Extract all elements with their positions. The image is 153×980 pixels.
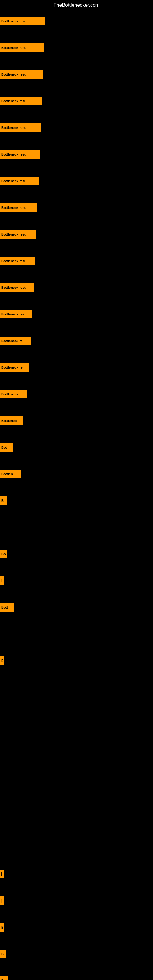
bottleneck-result-bar: Bottleneck resu	[0, 283, 33, 292]
bottleneck-result-bar: Bottleneck resu	[0, 97, 42, 105]
bottleneck-result-bar: Bottleneck re	[0, 337, 30, 345]
bottleneck-result-bar: ▌	[0, 870, 4, 878]
bottleneck-result-label: E	[1, 926, 3, 929]
bottleneck-result-label: Bo	[1, 979, 6, 980]
bottleneck-result-bar: Bot	[0, 443, 13, 452]
bottleneck-result-label: Bottleneck resu	[1, 73, 27, 76]
bottleneck-result-label: Bottleneck resu	[1, 206, 27, 210]
bottleneck-result-bar: Bottleneck result	[0, 43, 44, 52]
bottleneck-result-bar: Bottleneck resu	[0, 150, 40, 159]
bottleneck-result-bar: Bottleneck resu	[0, 257, 35, 265]
bottleneck-result-bar: Bottleneck r	[0, 390, 27, 398]
bottleneck-result-label: Bottleneck re	[1, 339, 22, 343]
bottleneck-result-label: Bottlenec	[1, 419, 16, 423]
bottleneck-result-label: Bottleneck resu	[1, 99, 27, 103]
bottleneck-result-bar: Bottleneck resu	[0, 70, 43, 79]
bottleneck-result-bar: Bottleneck resu	[0, 123, 41, 132]
bottleneck-result-bar: Bottleneck resu	[0, 204, 37, 212]
bottleneck-result-bar: |	[0, 896, 4, 905]
bottleneck-result-bar: B	[0, 496, 7, 505]
bottleneck-result-bar: Bottleneck res	[0, 310, 32, 318]
bottleneck-result-label: ▌	[1, 872, 4, 876]
bottleneck-result-label: Bottleneck resu	[1, 286, 27, 290]
bottleneck-result-label: |	[1, 579, 2, 582]
bottleneck-result-bar: Bottlenec	[0, 417, 23, 425]
bottleneck-result-label: |	[1, 899, 2, 902]
bottleneck-result-label: Bo	[1, 552, 6, 556]
bottleneck-result-label: Bott	[1, 605, 8, 609]
bottleneck-result-bar: Bott	[0, 603, 14, 612]
bottleneck-result-bar: E	[0, 923, 4, 932]
bottleneck-result-label: Bottleneck resu	[1, 259, 27, 263]
bottleneck-result-label: Bottleneck r	[1, 392, 21, 396]
bottleneck-result-label: Bottleneck resu	[1, 126, 27, 130]
bottleneck-result-label: B	[1, 952, 4, 956]
bottleneck-result-bar: Bottleneck result	[0, 17, 45, 25]
bottleneck-result-bar: Bottleneck resu	[0, 177, 38, 185]
bottleneck-result-label: Bottleneck result	[1, 46, 29, 49]
bottleneck-result-bar: Bottleneck resu	[0, 230, 36, 239]
bottleneck-result-label: Bottleneck resu	[1, 179, 27, 183]
bottleneck-result-label: Bottleneck resu	[1, 232, 27, 236]
bottleneck-result-bar: B	[0, 950, 6, 958]
bottleneck-result-label: Bottleneck re	[1, 366, 22, 369]
bottleneck-result-bar: Bottlen	[0, 470, 21, 478]
bottleneck-result-label: E	[1, 659, 3, 662]
bottleneck-result-label: Bottleneck res	[1, 312, 24, 316]
bottleneck-result-bar: Bo	[0, 550, 7, 558]
bottleneck-result-label: Bottleneck result	[1, 19, 29, 23]
site-title: TheBottlenecker.com	[0, 0, 153, 10]
bottleneck-result-label: Bottlen	[1, 472, 13, 476]
bottleneck-result-label: Bot	[1, 445, 7, 449]
bottleneck-result-bar: Bo	[0, 976, 8, 980]
bottleneck-result-bar: Bottleneck re	[0, 363, 29, 372]
bottleneck-result-bar: E	[0, 656, 4, 665]
bottleneck-result-label: B	[1, 499, 4, 503]
bottleneck-result-label: Bottleneck resu	[1, 153, 27, 156]
bottleneck-result-bar: |	[0, 576, 4, 585]
